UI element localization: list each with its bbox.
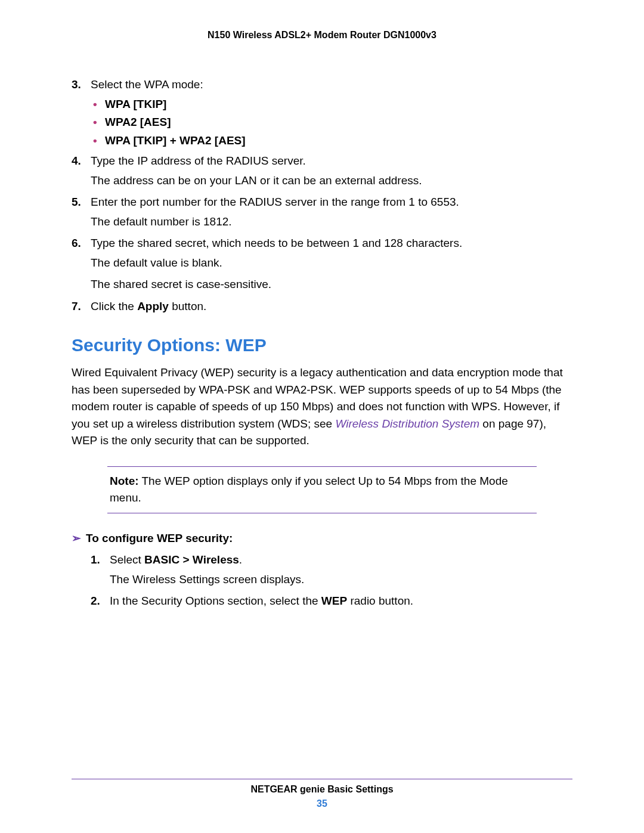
note-block: Note: The WEP option displays only if yo… (107, 466, 537, 513)
steps-list: 3. Select the WPA mode: WPA [TKIP] WPA2 … (72, 76, 572, 315)
step-number: 3. (72, 76, 81, 94)
note-text: The WEP option displays only if you sele… (110, 475, 508, 504)
footer-section-title: NETGEAR genie Basic Settings (72, 784, 572, 795)
step-number: 2. (91, 593, 100, 610)
page-footer: NETGEAR genie Basic Settings 35 (72, 774, 572, 809)
step-4: 4. Type the IP address of the RADIUS ser… (72, 153, 572, 189)
step-text-post: button. (169, 300, 206, 312)
step-paragraph: The default number is 1812. (91, 213, 572, 231)
document-page: N150 Wireless ADSL2+ Modem Router DGN100… (0, 0, 644, 833)
step-text-pre: Select (110, 553, 144, 566)
procedure-title: To configure WEP security: (86, 530, 233, 547)
procedure-steps: 1. Select BASIC > Wireless. The Wireless… (91, 552, 572, 610)
step-text-post: radio button. (347, 594, 413, 607)
apply-button-label: Apply (137, 300, 169, 312)
wpa-option: WPA [TKIP] + WPA2 [AES] (91, 132, 572, 150)
step-number: 7. (72, 298, 81, 315)
step-text: Enter the port number for the RADIUS ser… (91, 196, 459, 208)
wpa-option: WPA [TKIP] (91, 96, 572, 113)
step-5: 5. Enter the port number for the RADIUS … (72, 194, 572, 230)
wpa-mode-options: WPA [TKIP] WPA2 [AES] WPA [TKIP] + WPA2 … (91, 96, 572, 150)
wep-radio-label: WEP (321, 594, 347, 607)
page-number: 35 (72, 798, 572, 809)
step-paragraph: The Wireless Settings screen displays. (110, 571, 572, 589)
note-label: Note: (110, 475, 139, 487)
body-content: 3. Select the WPA mode: WPA [TKIP] WPA2 … (72, 76, 572, 610)
step-text-post: . (239, 553, 242, 566)
step-number: 6. (72, 235, 81, 252)
footer-rule (72, 779, 572, 779)
step-paragraph: The default value is blank. (91, 255, 572, 272)
step-7: 7. Click the Apply button. (72, 298, 572, 315)
step-number: 4. (72, 153, 81, 170)
step-text: Select the WPA mode: (91, 78, 203, 91)
proc-step-1: 1. Select BASIC > Wireless. The Wireless… (91, 552, 572, 588)
step-3: 3. Select the WPA mode: WPA [TKIP] WPA2 … (72, 76, 572, 149)
section-body: Wired Equivalent Privacy (WEP) security … (72, 364, 572, 450)
proc-step-2: 2. In the Security Options section, sele… (91, 593, 572, 610)
step-number: 1. (91, 552, 100, 569)
step-text-pre: In the Security Options section, select … (110, 594, 321, 607)
step-text: Type the IP address of the RADIUS server… (91, 154, 306, 167)
header-product-title: N150 Wireless ADSL2+ Modem Router DGN100… (72, 30, 572, 41)
step-paragraph: The shared secret is case-sensitive. (91, 276, 572, 293)
step-text: Type the shared secret, which needs to b… (91, 237, 462, 249)
wds-link[interactable]: Wireless Distribution System (335, 417, 479, 430)
step-6: 6. Type the shared secret, which needs t… (72, 235, 572, 293)
nav-path: BASIC > Wireless (144, 553, 239, 566)
procedure-title-row: ➢ To configure WEP security: (72, 530, 572, 547)
wpa-option: WPA2 [AES] (91, 114, 572, 131)
step-text-pre: Click the (91, 300, 137, 312)
chevron-right-icon: ➢ (72, 530, 86, 547)
section-heading-wep: Security Options: WEP (72, 332, 572, 358)
step-number: 5. (72, 194, 81, 211)
step-paragraph: The address can be on your LAN or it can… (91, 172, 572, 190)
